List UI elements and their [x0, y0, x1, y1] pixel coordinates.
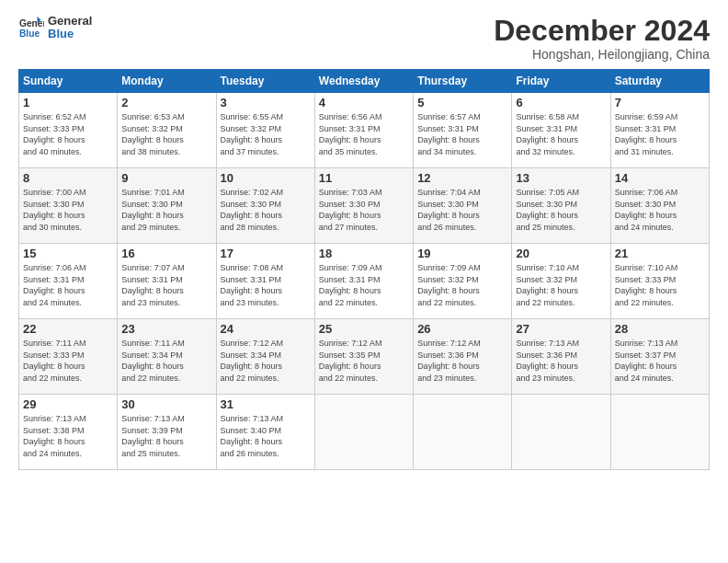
day-info: Sunrise: 7:06 AMSunset: 3:30 PMDaylight:… [615, 187, 705, 233]
col-wednesday: Wednesday [314, 70, 413, 93]
day-number: 5 [417, 96, 507, 109]
month-title: December 2024 [494, 15, 710, 47]
header-row: Sunday Monday Tuesday Wednesday Thursday… [19, 70, 710, 93]
day-info: Sunrise: 6:56 AMSunset: 3:31 PMDaylight:… [319, 111, 409, 157]
day-info: Sunrise: 7:12 AMSunset: 3:34 PMDaylight:… [221, 338, 311, 384]
day-number: 9 [121, 171, 211, 185]
day-number: 23 [121, 322, 211, 336]
table-cell: 16Sunrise: 7:07 AMSunset: 3:31 PMDayligh… [118, 244, 216, 319]
table-cell: 12Sunrise: 7:04 AMSunset: 3:30 PMDayligh… [414, 168, 512, 244]
table-cell: 4Sunrise: 6:56 AMSunset: 3:31 PMDaylight… [314, 93, 413, 168]
day-info: Sunrise: 7:03 AMSunset: 3:30 PMDaylight:… [319, 187, 409, 233]
table-cell: 1Sunrise: 6:52 AMSunset: 3:33 PMDaylight… [19, 93, 118, 168]
location: Hongshan, Heilongjiang, China [494, 47, 710, 62]
day-number: 24 [221, 322, 311, 336]
col-friday: Friday [512, 70, 610, 93]
day-number: 1 [23, 96, 113, 109]
day-number: 4 [319, 96, 409, 109]
day-info: Sunrise: 7:02 AMSunset: 3:30 PMDaylight:… [221, 187, 311, 233]
day-number: 13 [516, 171, 606, 185]
logo: General Blue General Blue [18, 15, 92, 41]
table-cell: 17Sunrise: 7:08 AMSunset: 3:31 PMDayligh… [216, 244, 314, 319]
day-info: Sunrise: 6:57 AMSunset: 3:31 PMDaylight:… [417, 111, 507, 157]
day-info: Sunrise: 7:09 AMSunset: 3:31 PMDaylight:… [319, 262, 409, 308]
table-cell: 22Sunrise: 7:11 AMSunset: 3:33 PMDayligh… [19, 319, 118, 395]
table-cell: 19Sunrise: 7:09 AMSunset: 3:32 PMDayligh… [414, 244, 512, 319]
day-number: 22 [23, 322, 113, 336]
day-number: 2 [121, 96, 211, 109]
table-cell: 13Sunrise: 7:05 AMSunset: 3:30 PMDayligh… [512, 168, 610, 244]
day-info: Sunrise: 6:58 AMSunset: 3:31 PMDaylight:… [516, 111, 606, 157]
day-info: Sunrise: 7:06 AMSunset: 3:31 PMDaylight:… [23, 262, 113, 308]
day-number: 15 [23, 247, 113, 260]
table-cell: 27Sunrise: 7:13 AMSunset: 3:36 PMDayligh… [512, 319, 610, 395]
day-info: Sunrise: 7:13 AMSunset: 3:39 PMDaylight:… [121, 413, 211, 459]
table-cell: 6Sunrise: 6:58 AMSunset: 3:31 PMDaylight… [512, 93, 610, 168]
col-tuesday: Tuesday [216, 70, 314, 93]
day-number: 27 [516, 322, 606, 336]
day-number: 3 [221, 96, 311, 109]
col-saturday: Saturday [610, 70, 709, 93]
day-info: Sunrise: 7:07 AMSunset: 3:31 PMDaylight:… [121, 262, 211, 308]
day-number: 30 [121, 397, 211, 411]
day-number: 12 [417, 171, 507, 185]
day-info: Sunrise: 6:55 AMSunset: 3:32 PMDaylight:… [221, 111, 311, 157]
day-info: Sunrise: 7:10 AMSunset: 3:32 PMDaylight:… [516, 262, 606, 308]
day-info: Sunrise: 7:11 AMSunset: 3:33 PMDaylight:… [23, 338, 113, 384]
logo-blue: Blue [48, 28, 92, 40]
col-sunday: Sunday [19, 70, 118, 93]
table-cell: 14Sunrise: 7:06 AMSunset: 3:30 PMDayligh… [610, 168, 709, 244]
day-info: Sunrise: 7:13 AMSunset: 3:37 PMDaylight:… [615, 338, 705, 384]
day-info: Sunrise: 7:09 AMSunset: 3:32 PMDaylight:… [417, 262, 507, 308]
table-row: 8Sunrise: 7:00 AMSunset: 3:30 PMDaylight… [19, 168, 710, 244]
table-cell: 31Sunrise: 7:13 AMSunset: 3:40 PMDayligh… [216, 395, 314, 470]
day-info: Sunrise: 7:08 AMSunset: 3:31 PMDaylight:… [221, 262, 311, 308]
table-cell [314, 395, 413, 470]
day-info: Sunrise: 7:13 AMSunset: 3:40 PMDaylight:… [221, 413, 311, 459]
table-cell: 5Sunrise: 6:57 AMSunset: 3:31 PMDaylight… [414, 93, 512, 168]
table-cell: 8Sunrise: 7:00 AMSunset: 3:30 PMDaylight… [19, 168, 118, 244]
day-info: Sunrise: 7:10 AMSunset: 3:33 PMDaylight:… [615, 262, 705, 308]
day-number: 19 [417, 247, 507, 260]
table-row: 1Sunrise: 6:52 AMSunset: 3:33 PMDaylight… [19, 93, 710, 168]
table-cell: 10Sunrise: 7:02 AMSunset: 3:30 PMDayligh… [216, 168, 314, 244]
title-block: December 2024 Hongshan, Heilongjiang, Ch… [494, 15, 710, 62]
day-number: 6 [516, 96, 606, 109]
table-cell [414, 395, 512, 470]
day-info: Sunrise: 7:01 AMSunset: 3:30 PMDaylight:… [121, 187, 211, 233]
day-info: Sunrise: 7:00 AMSunset: 3:30 PMDaylight:… [23, 187, 113, 233]
svg-text:Blue: Blue [19, 29, 40, 40]
day-number: 11 [319, 171, 409, 185]
calendar-page: General Blue General Blue December 2024 … [0, 0, 728, 563]
day-info: Sunrise: 7:12 AMSunset: 3:36 PMDaylight:… [417, 338, 507, 384]
table-cell: 26Sunrise: 7:12 AMSunset: 3:36 PMDayligh… [414, 319, 512, 395]
day-info: Sunrise: 7:12 AMSunset: 3:35 PMDaylight:… [319, 338, 409, 384]
table-cell: 11Sunrise: 7:03 AMSunset: 3:30 PMDayligh… [314, 168, 413, 244]
table-cell: 24Sunrise: 7:12 AMSunset: 3:34 PMDayligh… [216, 319, 314, 395]
day-info: Sunrise: 6:53 AMSunset: 3:32 PMDaylight:… [121, 111, 211, 157]
day-number: 26 [417, 322, 507, 336]
day-number: 7 [615, 96, 705, 109]
day-info: Sunrise: 7:13 AMSunset: 3:38 PMDaylight:… [23, 413, 113, 459]
table-cell: 20Sunrise: 7:10 AMSunset: 3:32 PMDayligh… [512, 244, 610, 319]
table-cell: 18Sunrise: 7:09 AMSunset: 3:31 PMDayligh… [314, 244, 413, 319]
day-number: 8 [23, 171, 113, 185]
table-row: 29Sunrise: 7:13 AMSunset: 3:38 PMDayligh… [19, 395, 710, 470]
header: General Blue General Blue December 2024 … [18, 15, 710, 62]
day-number: 28 [615, 322, 705, 336]
table-cell: 3Sunrise: 6:55 AMSunset: 3:32 PMDaylight… [216, 93, 314, 168]
table-cell: 29Sunrise: 7:13 AMSunset: 3:38 PMDayligh… [19, 395, 118, 470]
table-cell: 15Sunrise: 7:06 AMSunset: 3:31 PMDayligh… [19, 244, 118, 319]
table-cell: 25Sunrise: 7:12 AMSunset: 3:35 PMDayligh… [314, 319, 413, 395]
col-monday: Monday [118, 70, 216, 93]
day-number: 14 [615, 171, 705, 185]
table-cell: 30Sunrise: 7:13 AMSunset: 3:39 PMDayligh… [118, 395, 216, 470]
table-cell: 7Sunrise: 6:59 AMSunset: 3:31 PMDaylight… [610, 93, 709, 168]
table-row: 22Sunrise: 7:11 AMSunset: 3:33 PMDayligh… [19, 319, 710, 395]
logo-icon: General Blue [18, 15, 44, 40]
day-info: Sunrise: 7:04 AMSunset: 3:30 PMDaylight:… [417, 187, 507, 233]
table-cell: 23Sunrise: 7:11 AMSunset: 3:34 PMDayligh… [118, 319, 216, 395]
day-number: 18 [319, 247, 409, 260]
table-cell [512, 395, 610, 470]
table-row: 15Sunrise: 7:06 AMSunset: 3:31 PMDayligh… [19, 244, 710, 319]
